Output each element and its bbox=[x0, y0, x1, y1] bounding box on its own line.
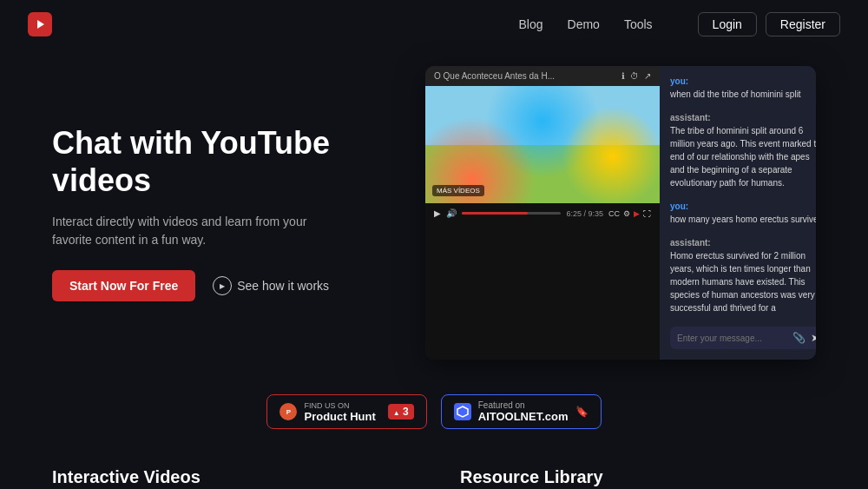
hero-title: Chat with YouTube videos bbox=[52, 124, 347, 199]
register-button[interactable]: Register bbox=[766, 12, 840, 36]
progress-fill bbox=[462, 212, 528, 215]
nav-blog[interactable]: Blog bbox=[519, 17, 543, 31]
video-overlay-label: MÁS VÍDEOS bbox=[432, 185, 484, 196]
nav-tools[interactable]: Tools bbox=[624, 17, 653, 31]
hero-left: Chat with YouTube videos Interact direct… bbox=[52, 124, 347, 301]
chat-message-you-2: you: how many years homo erectus survive… bbox=[670, 202, 816, 226]
attach-button[interactable]: 📎 bbox=[792, 332, 806, 344]
video-top-bar: O Que Aconteceu Antes da H... ℹ ⏱ ↗ bbox=[425, 66, 660, 86]
aitool-badge-text: Featured on AITOOLNET.com bbox=[478, 400, 569, 423]
play-pause-button[interactable]: ▶ bbox=[434, 208, 441, 218]
hero-subtitle: Interact directly with videos and learn … bbox=[52, 213, 347, 249]
nav-demo[interactable]: Demo bbox=[568, 17, 600, 31]
features-row: Interactive Videos Experience a new way … bbox=[0, 450, 868, 489]
video-controls: ▶ 🔊 6:25 / 9:35 CC ⚙ ▶ ⛶ bbox=[425, 203, 660, 223]
badges-row: P FIND US ON Product Hunt ▲ 3 Featured o… bbox=[0, 386, 868, 450]
feature-interactive-videos: Interactive Videos Experience a new way … bbox=[52, 467, 408, 489]
ctrl-icons: CC ⚙ ▶ ⛶ bbox=[608, 209, 651, 218]
yt-icon[interactable]: ▶ bbox=[634, 209, 640, 218]
video-top-bar-icons: ℹ ⏱ ↗ bbox=[621, 71, 651, 81]
video-title-text: O Que Aconteceu Antes da H... bbox=[434, 71, 555, 81]
info-icon[interactable]: ℹ bbox=[621, 71, 625, 81]
bookmark-icon: 🔖 bbox=[575, 406, 589, 418]
svg-marker-2 bbox=[457, 406, 468, 417]
video-panel: O Que Aconteceu Antes da H... ℹ ⏱ ↗ MÁS … bbox=[425, 66, 660, 360]
chat-panel: you: when did the tribe of hominini spli… bbox=[660, 66, 816, 360]
hero-section: Chat with YouTube videos Interact direct… bbox=[0, 49, 868, 386]
volume-button[interactable]: 🔊 bbox=[446, 208, 457, 218]
fullscreen-icon[interactable]: ⛶ bbox=[643, 209, 651, 218]
ph-badge-text: FIND US ON Product Hunt bbox=[304, 401, 375, 423]
logo[interactable] bbox=[28, 12, 52, 36]
clock-icon[interactable]: ⏱ bbox=[630, 71, 639, 81]
chat-message-assistant-1: assistant: The tribe of hominini split a… bbox=[670, 113, 816, 189]
progress-bar[interactable] bbox=[462, 212, 561, 215]
hero-right: O Que Aconteceu Antes da H... ℹ ⏱ ↗ MÁS … bbox=[382, 66, 816, 360]
ph-logo-icon: P bbox=[279, 403, 297, 420]
send-button[interactable]: ➤ bbox=[811, 332, 816, 344]
product-hunt-badge[interactable]: P FIND US ON Product Hunt ▲ 3 bbox=[266, 394, 426, 429]
see-how-button[interactable]: ▶ See how it works bbox=[213, 276, 329, 295]
chat-message-you-1: you: when did the tribe of hominini spli… bbox=[670, 76, 816, 101]
navbar: Blog Demo Tools Login Register bbox=[0, 0, 868, 49]
chat-input-row[interactable]: 📎 ➤ bbox=[670, 327, 816, 349]
subtitles-icon[interactable]: CC bbox=[608, 209, 620, 218]
settings-icon[interactable]: ⚙ bbox=[623, 209, 630, 218]
chat-message-assistant-2: assistant: Homo erectus survived for 2 m… bbox=[670, 238, 816, 314]
login-button[interactable]: Login bbox=[698, 12, 757, 36]
start-now-button[interactable]: Start Now For Free bbox=[52, 270, 195, 301]
video-frame: MÁS VÍDEOS bbox=[425, 86, 660, 203]
play-icon: ▶ bbox=[213, 276, 232, 295]
video-time: 6:25 / 9:35 bbox=[566, 209, 603, 218]
demo-widget: O Que Aconteceu Antes da H... ℹ ⏱ ↗ MÁS … bbox=[425, 66, 816, 360]
share-icon[interactable]: ↗ bbox=[644, 71, 651, 81]
aitoolnet-badge[interactable]: Featured on AITOOLNET.com 🔖 bbox=[441, 394, 602, 429]
hero-actions: Start Now For Free ▶ See how it works bbox=[52, 270, 347, 301]
ph-count: ▲ 3 bbox=[388, 404, 414, 420]
aitool-logo-icon bbox=[454, 403, 471, 420]
feature-resource-library: Resource Library Upload your study mater… bbox=[460, 467, 816, 489]
chat-input[interactable] bbox=[677, 334, 787, 343]
